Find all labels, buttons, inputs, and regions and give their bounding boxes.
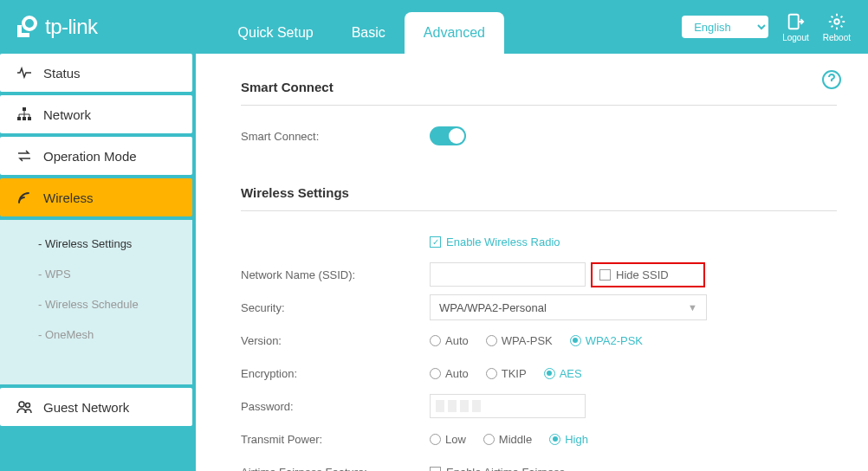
radio-encryption-tkip[interactable]: TKIP	[486, 367, 527, 380]
content-panel: Smart Connect Smart Connect: Wireless Se…	[196, 54, 868, 471]
svg-rect-2	[17, 33, 29, 37]
top-tabs: Quick Setup Basic Advanced	[219, 0, 504, 54]
wireless-icon	[16, 189, 33, 206]
label-airtime: Airtime Fairness Feature:	[241, 466, 430, 472]
toggle-smart-connect[interactable]	[430, 126, 466, 145]
label-encryption: Encryption:	[241, 367, 430, 380]
svg-point-0	[23, 17, 36, 29]
row-version: Version: Auto WPA-PSK WPA2-PSK	[241, 326, 837, 355]
dropdown-security[interactable]: WPA/WPA2-Personal ▼	[430, 294, 707, 320]
row-airtime: Airtime Fairness Feature: Enable Airtime…	[241, 457, 837, 471]
checkbox-enable-radio[interactable]: ✓	[430, 236, 441, 248]
label-ssid: Network Name (SSID):	[241, 268, 430, 281]
checkbox-hide-ssid[interactable]	[599, 269, 611, 281]
top-bar: tp-link Quick Setup Basic Advanced Engli…	[0, 0, 868, 54]
svg-point-10	[26, 403, 30, 408]
row-ssid: Network Name (SSID): Hide SSID	[241, 260, 837, 289]
checkbox-airtime[interactable]	[430, 467, 441, 472]
row-password: Password:	[241, 391, 837, 421]
chevron-down-icon: ▼	[688, 302, 697, 313]
language-select[interactable]: English	[682, 16, 768, 38]
brand-logo: tp-link	[16, 15, 98, 39]
row-security: Security: WPA/WPA2-Personal ▼	[241, 293, 837, 322]
label-security: Security:	[241, 301, 430, 314]
label-version: Version:	[241, 334, 430, 347]
label-transmit: Transmit Power:	[241, 433, 430, 446]
section-wireless-settings: Wireless Settings	[241, 185, 837, 211]
row-encryption: Encryption: Auto TKIP AES	[241, 358, 837, 388]
sub-item-onemesh[interactable]: OneMesh	[0, 319, 192, 350]
top-right: English Logout Reboot	[682, 12, 851, 42]
row-transmit: Transmit Power: Low Middle High	[241, 424, 837, 454]
sub-item-wireless-settings[interactable]: Wireless Settings	[0, 229, 192, 259]
tab-quick-setup[interactable]: Quick Setup	[219, 12, 333, 54]
sub-item-wps[interactable]: WPS	[0, 259, 192, 289]
highlight-hide-ssid: Hide SSID	[591, 262, 705, 287]
logout-label: Logout	[782, 33, 809, 42]
tab-advanced[interactable]: Advanced	[405, 12, 504, 54]
guest-network-icon	[16, 398, 33, 416]
help-icon[interactable]	[821, 69, 842, 90]
sidebar-item-label: Network	[43, 107, 91, 122]
svg-rect-7	[23, 117, 26, 120]
radio-transmit-high[interactable]: High	[549, 433, 588, 446]
row-smart-connect: Smart Connect:	[241, 121, 837, 151]
section-smart-connect: Smart Connect	[241, 80, 837, 106]
svg-point-9	[19, 402, 24, 407]
radio-version-auto[interactable]: Auto	[430, 334, 469, 347]
svg-rect-3	[789, 14, 799, 29]
radio-encryption-auto[interactable]: Auto	[430, 367, 469, 380]
svg-rect-8	[28, 117, 31, 120]
svg-rect-5	[23, 107, 26, 111]
sidebar: Status Network Operation Mode Wireless W…	[0, 54, 196, 471]
sidebar-item-label: Guest Network	[43, 400, 129, 415]
label-password: Password:	[241, 400, 430, 413]
logout-button[interactable]: Logout	[782, 12, 809, 42]
label-hide-ssid: Hide SSID	[616, 268, 669, 281]
sidebar-item-status[interactable]: Status	[0, 54, 192, 92]
svg-rect-6	[17, 117, 21, 120]
brand-text: tp-link	[45, 15, 98, 39]
input-password[interactable]	[430, 394, 586, 418]
row-enable-radio: ✓ Enable Wireless Radio	[241, 227, 837, 256]
tp-link-icon	[16, 15, 40, 39]
dropdown-security-value: WPA/WPA2-Personal	[439, 301, 547, 314]
network-icon	[16, 106, 33, 123]
sidebar-item-label: Operation Mode	[43, 149, 137, 164]
sidebar-item-wireless[interactable]: Wireless	[0, 178, 192, 216]
radio-transmit-middle[interactable]: Middle	[483, 433, 532, 446]
tab-basic[interactable]: Basic	[333, 12, 405, 54]
sidebar-item-label: Wireless	[43, 190, 94, 205]
reboot-button[interactable]: Reboot	[823, 12, 851, 42]
label-smart-connect: Smart Connect:	[241, 130, 430, 143]
logout-icon	[786, 12, 805, 31]
operation-mode-icon	[16, 147, 33, 165]
sidebar-item-operation-mode[interactable]: Operation Mode	[0, 137, 192, 175]
radio-version-wpa2-psk[interactable]: WPA2-PSK	[570, 334, 643, 347]
sidebar-item-guest-network[interactable]: Guest Network	[0, 388, 192, 426]
svg-point-4	[834, 19, 839, 24]
status-icon	[16, 64, 33, 81]
sidebar-item-label: Status	[43, 66, 81, 81]
sub-item-wireless-schedule[interactable]: Wireless Schedule	[0, 289, 192, 319]
label-enable-radio: Enable Wireless Radio	[446, 236, 560, 248]
sidebar-submenu: Wireless Settings WPS Wireless Schedule …	[0, 220, 192, 384]
radio-transmit-low[interactable]: Low	[430, 433, 466, 446]
radio-version-wpa-psk[interactable]: WPA-PSK	[486, 334, 553, 347]
reboot-label: Reboot	[823, 33, 851, 42]
radio-encryption-aes[interactable]: AES	[544, 367, 582, 380]
input-ssid[interactable]	[430, 262, 586, 287]
sidebar-item-network[interactable]: Network	[0, 95, 192, 133]
body: Status Network Operation Mode Wireless W…	[0, 54, 868, 471]
label-airtime-checkbox: Enable Airtime Fairness	[446, 466, 565, 472]
reboot-icon	[827, 12, 846, 31]
